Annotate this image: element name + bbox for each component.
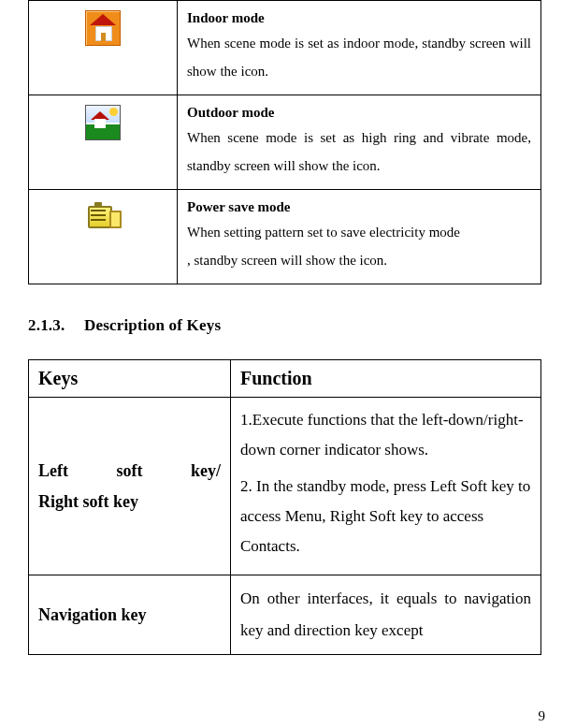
page-number: 9 [539,708,546,724]
mode-icon-cell [29,190,178,284]
table-row: Outdoor mode When scene mode is set as h… [29,95,541,190]
mode-desc-cell: Power save mode When setting pattern set… [178,190,541,284]
table-row: Left soft key/ Right soft key 1.Execute … [29,398,541,575]
mode-desc-line2: , standby screen will show the icon. [187,253,387,268]
section-title: Description of Keys [84,316,221,334]
table-header-row: Keys Function [29,360,541,398]
section-number: 2.1.3. [28,316,65,334]
mode-desc-cell: Indoor mode When scene mode is set as in… [178,1,541,95]
modes-table: Indoor mode When scene mode is set as in… [28,0,541,284]
mode-icon-cell [29,1,178,95]
section-heading: 2.1.3. Description of Keys [28,316,541,335]
table-row: Navigation key On other interfaces, it e… [29,575,541,655]
table-row: Power save mode When setting pattern set… [29,190,541,284]
header-keys: Keys [29,360,231,398]
table-row: Indoor mode When scene mode is set as in… [29,1,541,95]
outdoor-mode-icon [85,105,121,140]
mode-desc-cell: Outdoor mode When scene mode is set as h… [178,95,541,190]
mode-desc: When scene mode is set as high ring and … [187,130,531,173]
function-item-1: 1.Execute functions that the left-down/r… [240,405,531,466]
indoor-mode-icon [85,10,121,46]
key-name-line1: Left soft key/ [38,456,221,486]
key-function-cell: 1.Execute functions that the left-down/r… [231,398,541,575]
function-item-2: 2. In the standby mode, press Left Soft … [240,472,531,562]
header-function: Function [231,360,541,398]
mode-icon-cell [29,95,178,190]
function-text: On other interfaces, it equals to naviga… [240,590,531,639]
keys-table: Keys Function Left soft key/ Right soft … [28,359,541,655]
mode-title: Indoor mode [187,7,531,29]
key-name-line2: Right soft key [38,487,138,517]
mode-title: Outdoor mode [187,101,531,124]
power-save-icon [84,202,122,230]
key-name: Navigation key [38,605,147,624]
mode-title: Power save mode [187,196,531,218]
key-name-cell: Left soft key/ Right soft key [29,398,231,575]
mode-desc-line1: When setting pattern set to save electri… [187,225,460,240]
key-function-cell: On other interfaces, it equals to naviga… [231,575,541,655]
key-name-cell: Navigation key [29,575,231,655]
mode-desc: When scene mode is set as indoor mode, s… [187,36,531,79]
